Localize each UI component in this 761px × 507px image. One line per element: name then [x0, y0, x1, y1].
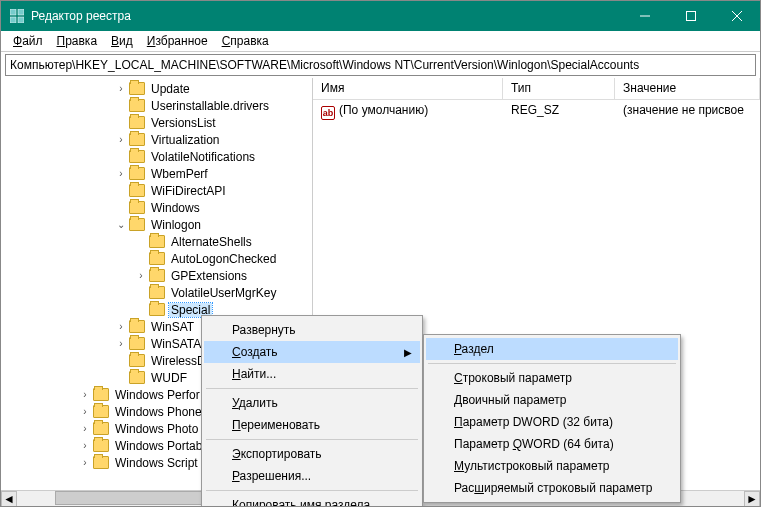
chevron-right-icon[interactable]: ›: [77, 406, 93, 417]
tree-item-label: AutoLogonChecked: [169, 252, 278, 266]
tree-item[interactable]: AlternateShells: [1, 233, 312, 250]
tree-item[interactable]: WiFiDirectAPI: [1, 182, 312, 199]
ctx-expand[interactable]: Развернуть: [204, 319, 420, 341]
chevron-right-icon[interactable]: ›: [77, 423, 93, 434]
tree-item[interactable]: ›WbemPerf: [1, 165, 312, 182]
ctx-permissions[interactable]: Разрешения...: [204, 465, 420, 487]
tree-item[interactable]: Windows: [1, 199, 312, 216]
tree-item-label: VersionsList: [149, 116, 218, 130]
col-type[interactable]: Тип: [503, 78, 615, 99]
ctx-delete[interactable]: Удалить: [204, 392, 420, 414]
menu-view[interactable]: Вид: [105, 32, 139, 50]
chevron-right-icon[interactable]: ›: [113, 168, 129, 179]
window-title: Редактор реестра: [31, 9, 131, 23]
ctx-create-multistring[interactable]: Мультистроковый параметр: [426, 455, 678, 477]
chevron-down-icon[interactable]: ⌄: [113, 219, 129, 230]
tree-item[interactable]: VolatileNotifications: [1, 148, 312, 165]
tree-item-label: Virtualization: [149, 133, 221, 147]
tree-item-label: Windows Photo: [113, 422, 200, 436]
folder-icon: [129, 116, 145, 129]
folder-icon: [93, 456, 109, 469]
menu-edit[interactable]: Правка: [51, 32, 104, 50]
chevron-right-icon[interactable]: ›: [113, 134, 129, 145]
tree-item[interactable]: ›Virtualization: [1, 131, 312, 148]
menu-favorites[interactable]: Избранное: [141, 32, 214, 50]
tree-item[interactable]: ›Update: [1, 80, 312, 97]
scroll-right-button[interactable]: ►: [744, 491, 760, 507]
ctx-create-binary[interactable]: Двоичный параметр: [426, 389, 678, 411]
tree-item[interactable]: ›GPExtensions: [1, 267, 312, 284]
tree-item-label: Windows Perfor: [113, 388, 202, 402]
tree-item-label: AlternateShells: [169, 235, 254, 249]
folder-icon: [129, 184, 145, 197]
tree-item-label: VolatileUserMgrKey: [169, 286, 278, 300]
chevron-right-icon[interactable]: ›: [113, 338, 129, 349]
svg-rect-3: [18, 17, 24, 23]
folder-icon: [129, 337, 145, 350]
chevron-right-icon[interactable]: ›: [113, 83, 129, 94]
folder-icon: [149, 303, 165, 316]
col-name[interactable]: Имя: [313, 78, 503, 99]
ctx-rename[interactable]: Переименовать: [204, 414, 420, 436]
ctx-copy-keyname[interactable]: Копировать имя раздела: [204, 494, 420, 507]
folder-icon: [129, 133, 145, 146]
folder-icon: [149, 235, 165, 248]
ctx-find[interactable]: Найти...: [204, 363, 420, 385]
tree-item[interactable]: VersionsList: [1, 114, 312, 131]
folder-icon: [93, 405, 109, 418]
tree-item-label: WUDF: [149, 371, 189, 385]
ctx-create-key[interactable]: Раздел: [426, 338, 678, 360]
list-row[interactable]: ab(По умолчанию)REG_SZ(значение не присв…: [313, 100, 760, 123]
tree-item[interactable]: Userinstallable.drivers: [1, 97, 312, 114]
tree-item-label: VolatileNotifications: [149, 150, 257, 164]
context-menu: Развернуть Создать▶ Найти... Удалить Пер…: [201, 315, 423, 507]
tree-item[interactable]: ⌄Winlogon: [1, 216, 312, 233]
context-submenu-create: Раздел Строковый параметр Двоичный парам…: [423, 334, 681, 503]
ctx-create-qword[interactable]: Параметр QWORD (64 бита): [426, 433, 678, 455]
folder-icon: [149, 252, 165, 265]
chevron-right-icon: ▶: [404, 347, 412, 358]
chevron-right-icon[interactable]: ›: [77, 440, 93, 451]
folder-icon: [129, 201, 145, 214]
maximize-button[interactable]: [668, 1, 714, 31]
tree-item-label: Windows: [149, 201, 202, 215]
window-controls: [622, 1, 760, 31]
menu-file[interactable]: Файл: [7, 32, 49, 50]
value-data: (значение не присвое: [615, 103, 760, 120]
separator: [428, 363, 676, 364]
menu-help[interactable]: Справка: [216, 32, 275, 50]
address-text: Компьютер\HKEY_LOCAL_MACHINE\SOFTWARE\Mi…: [10, 58, 639, 72]
tree-item[interactable]: VolatileUserMgrKey: [1, 284, 312, 301]
titlebar: Редактор реестра: [1, 1, 760, 31]
ctx-create[interactable]: Создать▶: [204, 341, 420, 363]
tree-item-label: Winlogon: [149, 218, 203, 232]
ctx-create-expandstring[interactable]: Расширяемый строковый параметр: [426, 477, 678, 499]
string-value-icon: ab: [321, 106, 335, 120]
regedit-icon: [9, 8, 25, 24]
chevron-right-icon[interactable]: ›: [133, 270, 149, 281]
folder-icon: [129, 354, 145, 367]
folder-icon: [129, 320, 145, 333]
col-value[interactable]: Значение: [615, 78, 760, 99]
chevron-right-icon[interactable]: ›: [77, 457, 93, 468]
tree-item[interactable]: AutoLogonChecked: [1, 250, 312, 267]
svg-rect-2: [10, 17, 16, 23]
ctx-create-dword[interactable]: Параметр DWORD (32 бита): [426, 411, 678, 433]
address-bar[interactable]: Компьютер\HKEY_LOCAL_MACHINE\SOFTWARE\Mi…: [5, 54, 756, 76]
tree-item-label: WbemPerf: [149, 167, 210, 181]
tree-item-label: Windows Portab: [113, 439, 204, 453]
ctx-create-string[interactable]: Строковый параметр: [426, 367, 678, 389]
ctx-export[interactable]: Экспортировать: [204, 443, 420, 465]
tree-item-label: Windows Script: [113, 456, 200, 470]
chevron-right-icon[interactable]: ›: [113, 321, 129, 332]
scroll-left-button[interactable]: ◄: [1, 491, 17, 507]
folder-icon: [129, 99, 145, 112]
chevron-right-icon[interactable]: ›: [77, 389, 93, 400]
folder-icon: [129, 82, 145, 95]
tree-item-label: GPExtensions: [169, 269, 249, 283]
separator: [206, 439, 418, 440]
tree-item-label: Update: [149, 82, 192, 96]
minimize-button[interactable]: [622, 1, 668, 31]
separator: [206, 490, 418, 491]
close-button[interactable]: [714, 1, 760, 31]
